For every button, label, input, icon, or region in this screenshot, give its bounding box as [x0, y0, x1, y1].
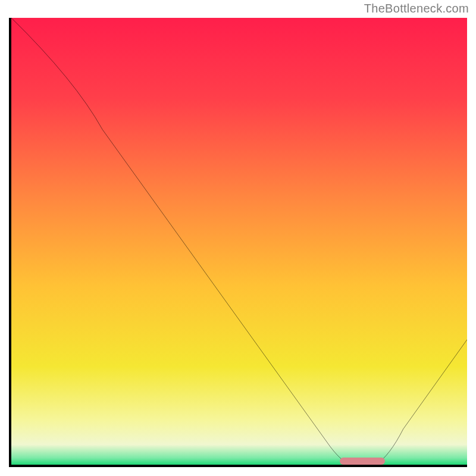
optimal-zone-marker [340, 458, 386, 465]
bottleneck-curve [11, 18, 467, 465]
chart-frame: TheBottleneck.com [0, 0, 476, 476]
plot-area [9, 18, 467, 467]
watermark-text: TheBottleneck.com [364, 2, 469, 15]
